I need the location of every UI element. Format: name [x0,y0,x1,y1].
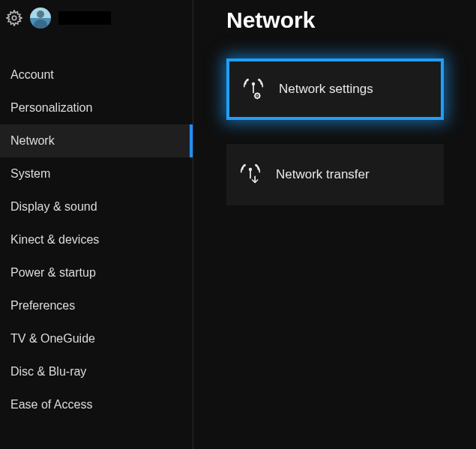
sidebar-item-system[interactable]: System [0,157,193,190]
sidebar-item-label: Ease of Access [10,398,92,411]
tile-network-settings[interactable]: Network settings [226,58,444,120]
username-label [58,11,111,25]
avatar[interactable] [30,7,51,28]
sidebar-item-preferences[interactable]: Preferences [0,289,193,322]
tile-label: Network transfer [276,167,370,182]
main-panel: Network Network settings [193,0,476,449]
sidebar-item-disc-bluray[interactable]: Disc & Blu-ray [0,355,193,388]
sidebar-item-display-sound[interactable]: Display & sound [0,190,193,223]
sidebar-item-tv-oneguide[interactable]: TV & OneGuide [0,322,193,355]
sidebar-item-label: TV & OneGuide [10,332,95,345]
sidebar-item-ease-of-access[interactable]: Ease of Access [0,388,193,421]
svg-point-5 [249,168,252,171]
gear-icon[interactable] [6,10,22,26]
sidebar-item-power-startup[interactable]: Power & startup [0,256,193,289]
sidebar: Account Personalization Network System D… [0,0,193,449]
svg-point-0 [12,16,16,20]
sidebar-item-kinect-devices[interactable]: Kinect & devices [0,223,193,256]
svg-point-1 [252,82,255,85]
page-title: Network [226,7,476,33]
sidebar-item-label: Display & sound [10,200,97,213]
sidebar-nav: Account Personalization Network System D… [0,58,193,421]
sidebar-item-network[interactable]: Network [0,124,193,157]
sidebar-item-label: Network [10,134,55,147]
sidebar-item-label: Disc & Blu-ray [10,365,86,378]
tile-network-transfer[interactable]: Network transfer [226,144,444,205]
antenna-gear-icon [243,79,264,100]
sidebar-item-label: Personalization [10,101,92,114]
sidebar-item-label: Account [10,68,54,81]
sidebar-item-personalization[interactable]: Personalization [0,91,193,124]
svg-point-4 [256,95,258,97]
antenna-down-icon [240,164,261,185]
sidebar-item-label: Preferences [10,299,75,312]
tiles: Network settings Network transfer [226,58,476,205]
tile-label: Network settings [279,82,373,97]
sidebar-header [0,0,193,36]
sidebar-item-account[interactable]: Account [0,58,193,91]
sidebar-item-label: System [10,167,50,180]
sidebar-item-label: Kinect & devices [10,233,99,246]
sidebar-item-label: Power & startup [10,266,96,279]
